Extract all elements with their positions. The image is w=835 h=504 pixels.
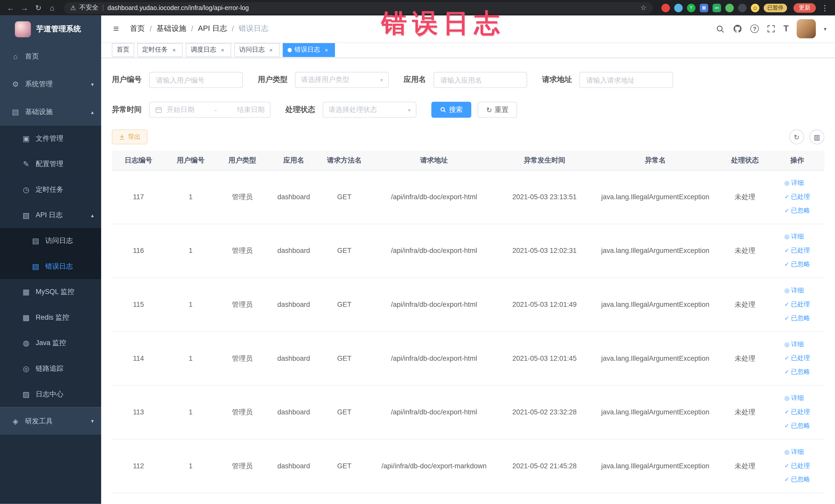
sidebar-item-config-management[interactable]: ✎ 配置管理 [0, 151, 101, 177]
column-settings-button[interactable]: ▥ [809, 129, 824, 144]
home-icon: ⌂ [11, 52, 20, 61]
tab-schedule-log[interactable]: 调度日志 × [186, 43, 231, 57]
process-status-select[interactable]: 请选择处理状态 ▾ [323, 102, 416, 118]
mark-ignored-link[interactable]: ✓已忽略 [785, 367, 810, 377]
tab-home[interactable]: 首页 [112, 43, 134, 57]
extension-icon[interactable]: on [713, 3, 721, 12]
detail-link[interactable]: ◎详细 [785, 447, 804, 457]
user-id-input[interactable] [149, 72, 243, 88]
sidebar-item-label: 定时任务 [36, 185, 63, 194]
search-button[interactable]: 搜索 [431, 102, 471, 118]
smiley-extension-icon[interactable]: ☺ [751, 3, 759, 12]
sidebar-item-file-management[interactable]: ▣ 文件管理 [0, 126, 101, 152]
filter-row-2: 异常时间 开始日期 - 结束日期 处理状态 请选择处理状态 ▾ [112, 102, 824, 118]
detail-label: 详细 [791, 447, 804, 457]
export-button[interactable]: 导出 [112, 129, 148, 144]
help-icon[interactable]: ? [751, 24, 759, 33]
font-size-icon[interactable]: T [783, 24, 789, 33]
sidebar-item-trace[interactable]: ◎ 链路追踪 [0, 356, 101, 382]
exception-time-range-picker[interactable]: 开始日期 - 结束日期 [149, 102, 270, 118]
mark-ignored-link[interactable]: ✓已忽略 [785, 206, 810, 215]
cell-user-id: 1 [165, 439, 216, 493]
sidebar-item-infrastructure[interactable]: ▤ 基础设施 ▴ [0, 98, 101, 126]
update-button[interactable]: 更新 [793, 3, 816, 12]
avatar[interactable] [797, 19, 816, 39]
cell-process-status: 未处理 [720, 331, 770, 385]
sidebar-item-api-log[interactable]: ▧ API 日志 ▴ [0, 202, 101, 228]
paused-badge[interactable]: 已暂停 [763, 3, 787, 12]
tab-access-log[interactable]: 访问日志 × [235, 43, 280, 57]
mark-ignored-link[interactable]: ✓已忽略 [785, 421, 810, 430]
mark-processed-link[interactable]: ✓已处理 [785, 300, 810, 309]
column-header-user-type: 用户类型 [216, 151, 268, 170]
reload-icon[interactable]: ↻ [32, 1, 45, 14]
breadcrumb-api-log[interactable]: API 日志 [198, 24, 227, 33]
mark-ignored-link[interactable]: ✓已忽略 [785, 260, 810, 269]
extension-icon[interactable] [738, 3, 747, 12]
sidebar-item-dev-tools[interactable]: ◈ 研发工具 ▾ [0, 407, 101, 435]
cell-method: GET [319, 439, 370, 493]
tab-label: 错误日志 [294, 45, 320, 54]
hamburger-icon[interactable]: ≡ [109, 22, 122, 35]
app-name-input[interactable] [433, 72, 527, 88]
tab-error-log[interactable]: 错误日志 × [283, 43, 335, 57]
sidebar-item-log-center[interactable]: ▨ 日志中心 [0, 381, 101, 407]
extension-icon[interactable]: Y [687, 3, 695, 12]
mark-processed-link[interactable]: ✓已处理 [785, 461, 810, 470]
clock-icon: ◷ [22, 185, 30, 194]
user-type-select[interactable]: 请选择用户类型 ▾ [295, 72, 389, 88]
extension-icon[interactable] [726, 3, 734, 12]
close-icon[interactable]: × [170, 46, 178, 54]
fullscreen-icon[interactable] [767, 24, 775, 33]
detail-link[interactable]: ◎详细 [785, 340, 804, 349]
sidebar-item-error-log[interactable]: ▤ 错误日志 [0, 254, 101, 279]
sidebar-item-java-monitor[interactable]: ◍ Java 监控 [0, 330, 101, 356]
filter-label: 用户类型 [258, 75, 287, 85]
reset-button[interactable]: ↻ 重置 [478, 102, 517, 118]
browser-home-icon[interactable]: ⌂ [46, 1, 59, 14]
chevron-up-icon: ▴ [91, 212, 94, 218]
detail-link[interactable]: ◎详细 [785, 233, 804, 241]
close-icon[interactable]: × [219, 46, 226, 54]
back-icon[interactable]: ← [4, 1, 17, 14]
tab-label: 调度日志 [191, 45, 217, 54]
refresh-table-button[interactable]: ↻ [789, 129, 804, 144]
check-icon: ✓ [785, 261, 789, 268]
request-url-input[interactable] [579, 72, 673, 88]
extension-icon[interactable] [661, 3, 670, 12]
check-icon: ✓ [785, 193, 789, 200]
cell-request-url: /api/infra/db-doc/export-html [370, 331, 498, 385]
bookmark-star-icon[interactable]: ☆ [640, 4, 646, 12]
cell-app-name: dashboard [268, 331, 319, 385]
close-icon[interactable]: × [323, 46, 330, 54]
address-bar[interactable]: ⚠ 不安全 dashboard.yudao.iocoder.cn/infra/l… [64, 2, 653, 14]
sidebar-item-system-management[interactable]: ⚙ 系统管理 ▾ [0, 70, 101, 98]
forward-icon[interactable]: → [18, 1, 31, 14]
tab-scheduled-jobs[interactable]: 定时任务 × [137, 43, 183, 57]
mark-processed-link[interactable]: ✓已处理 [785, 192, 810, 201]
extension-icon[interactable] [674, 3, 683, 12]
avatar-caret-icon[interactable]: ▾ [824, 26, 826, 32]
mark-ignored-link[interactable]: ✓已忽略 [785, 475, 810, 484]
sidebar-item-access-log[interactable]: ▤ 访问日志 [0, 228, 101, 254]
mark-processed-link[interactable]: ✓已处理 [785, 354, 810, 363]
mark-processed-link[interactable]: ✓已处理 [785, 407, 810, 417]
sidebar-item-scheduled-jobs[interactable]: ◷ 定时任务 [0, 177, 101, 203]
search-icon[interactable] [716, 24, 725, 33]
browser-menu-icon[interactable]: ⋮ [819, 3, 831, 12]
close-icon[interactable]: × [267, 46, 274, 54]
sidebar-item-mysql-monitor[interactable]: ▦ MySQL 监控 [0, 279, 101, 305]
check-icon: ✓ [785, 315, 789, 322]
detail-link[interactable]: ◎详细 [785, 394, 804, 403]
detail-link[interactable]: ◎详细 [785, 178, 804, 187]
mark-ignored-link[interactable]: ✓已忽略 [785, 314, 810, 323]
breadcrumb-home[interactable]: 首页 [130, 24, 145, 33]
extension-icon[interactable]: ▦ [700, 3, 708, 12]
sidebar-item-home[interactable]: ⌂ 首页 [0, 43, 101, 70]
breadcrumb-infrastructure[interactable]: 基础设施 [157, 24, 186, 33]
github-icon[interactable] [733, 24, 742, 33]
sidebar-item-label: 访问日志 [45, 236, 73, 245]
detail-link[interactable]: ◎详细 [785, 286, 804, 295]
sidebar-item-redis-monitor[interactable]: ▩ Redis 监控 [0, 305, 101, 330]
mark-processed-link[interactable]: ✓已处理 [785, 246, 810, 255]
